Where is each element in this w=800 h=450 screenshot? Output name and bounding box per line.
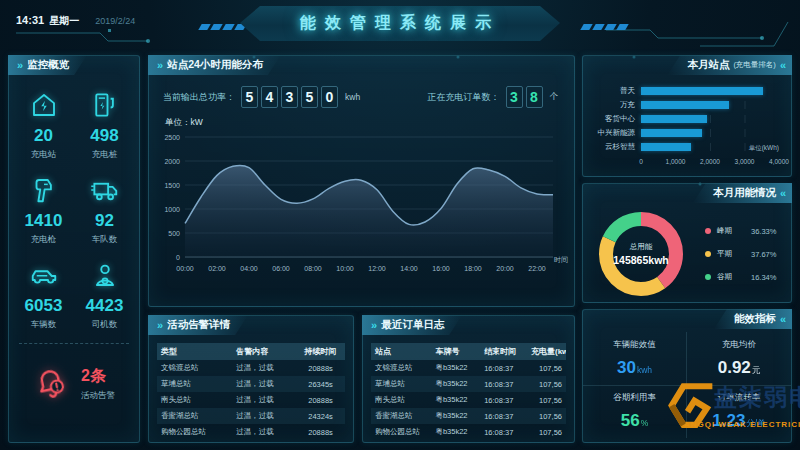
- stat-value: 92: [95, 211, 114, 231]
- total-energy-value: 145865kwh: [613, 254, 668, 266]
- svg-text:08:00: 08:00: [304, 265, 322, 272]
- total-output-power: 当前输出总功率： 54350 kwh: [163, 86, 360, 108]
- table-cell: 16:08:37: [480, 364, 527, 373]
- stat-item: 1410充电枪: [13, 175, 74, 246]
- kpi-unit: %: [641, 418, 649, 428]
- table-cell: 香蜜湖总站: [371, 411, 431, 421]
- table-cell: 20888s: [296, 364, 345, 373]
- table-cell: 香蜜湖总站: [157, 411, 232, 421]
- driver-icon: [90, 260, 120, 290]
- alarm-details-title: 活动告警详情: [167, 318, 230, 332]
- digit-box: 3: [506, 86, 523, 108]
- table-cell: 粤b35k22: [431, 363, 480, 373]
- order-log-panel: » 最近订单日志 站点车牌号结束时间充电量(kwh )文锦渡总站粤b35k221…: [362, 315, 575, 443]
- month-energy-panel: 本月用能情况 « 总用能 145865kwh 峰期36.33%平期37.67%谷…: [582, 183, 792, 303]
- month-stations-panel: 本月站点 (充电量排名) « 普天万充客货中心中兴新能源云杉智慧 单位(kWh)…: [582, 55, 792, 177]
- digit-box: 3: [281, 86, 298, 108]
- table-row: 草埔总站过温，过载26345s: [157, 376, 345, 392]
- bar-axis-tick: 0: [639, 158, 643, 165]
- table-cell: 过温，过载: [232, 363, 296, 373]
- table-cell: 107,56: [527, 380, 566, 389]
- table-cell: 16:08:37: [480, 396, 527, 405]
- table-row: 草埔总站粤b35k2216:08:37107,56: [371, 376, 566, 392]
- bar: [641, 115, 707, 123]
- kpi-label: 充电均价: [722, 339, 756, 351]
- double-arrow-icon: «: [780, 187, 784, 199]
- legend-percent: 16.34%: [751, 273, 776, 282]
- table-cell: 26345s: [296, 380, 345, 389]
- table-cell: 文锦渡总站: [371, 363, 431, 373]
- overview-panel-title: 监控概览: [27, 58, 69, 72]
- legend-item: 峰期36.33%: [705, 226, 776, 236]
- stat-label: 车队数: [92, 234, 118, 246]
- bar-track: [641, 115, 779, 123]
- table-row: 文锦渡总站过温，过载20888s: [157, 360, 345, 376]
- svg-text:16:00: 16:00: [432, 265, 450, 272]
- dashboard-root: 14:31星期一2019/2/24 能效管理系统展示 » 监控概览 20充电站4…: [0, 0, 800, 450]
- table-cell: 20888s: [296, 396, 345, 405]
- kpi-label: 车辆能效值: [613, 339, 656, 351]
- legend-dot-icon: [705, 251, 711, 257]
- svg-text:14:00: 14:00: [400, 265, 418, 272]
- column-header: 持续时间: [296, 346, 345, 357]
- table-cell: 16:08:37: [480, 380, 527, 389]
- legend-name: 峰期: [717, 226, 743, 236]
- legend-name: 谷期: [717, 272, 743, 282]
- stat-value: 20: [34, 126, 53, 146]
- fleet-truck-icon: [90, 175, 120, 205]
- table-cell: 购物公园总站: [371, 427, 431, 437]
- bar-axis-tick: 3,0000: [735, 158, 755, 165]
- bar-axis-tick: 1,0000: [666, 158, 686, 165]
- month-energy-header: 本月用能情况 «: [693, 183, 792, 203]
- charging-orders-count: 正在充电订单数： 38 个: [428, 86, 559, 108]
- bar-row: 普天: [591, 84, 779, 98]
- table-header-row: 站点车牌号结束时间充电量(kwh ): [371, 343, 566, 360]
- table-cell: 文锦渡总站: [157, 363, 232, 373]
- column-header: 类型: [157, 346, 232, 357]
- alarm-label: 活动告警: [81, 390, 115, 402]
- power-stats-row: 当前输出总功率： 54350 kwh 正在充电订单数： 38 个: [163, 86, 558, 108]
- kpi-label: 谷期利用率: [613, 392, 656, 404]
- energy-donut-zone: 总用能 145865kwh 峰期36.33%平期37.67%谷期16.34%: [583, 206, 791, 302]
- alarm-summary: 2条 活动告警: [9, 366, 139, 402]
- table-row: 香蜜湖总站粤b35k2216:08:37107,56: [371, 408, 566, 424]
- table-cell: 南头总站: [157, 395, 232, 405]
- svg-text:1500: 1500: [164, 182, 180, 189]
- kpi-value: 56%: [621, 411, 648, 431]
- kpi-unit: 分/单: [746, 418, 765, 428]
- bar-track: [641, 129, 779, 137]
- kpi-metric: 订单流转率1.23分/单: [687, 386, 791, 439]
- alarm-count: 2条: [81, 366, 115, 387]
- energy-24h-panel: » 站点24小时用能分布 当前输出总功率： 54350 kwh 正在充电订单数：…: [148, 55, 575, 307]
- table-cell: 107,56: [527, 396, 566, 405]
- svg-text:22:00: 22:00: [528, 265, 546, 272]
- table-cell: 过温，过载: [232, 395, 296, 405]
- area-chart: 0500100015002000250000:0002:0004:0006:00…: [155, 131, 570, 295]
- stat-item: 6053车辆数: [13, 260, 74, 331]
- charging-station-icon: [29, 90, 59, 120]
- title-banner: 能效管理系统展示: [240, 6, 560, 41]
- header-date: 2019/2/24: [95, 16, 135, 26]
- kpi-label: 订单流转率: [718, 392, 761, 404]
- energy-donut-chart: 总用能 145865kwh: [593, 206, 689, 302]
- stat-label: 充电枪: [31, 234, 57, 246]
- table-cell: 20888s: [296, 428, 345, 437]
- table-row: 香蜜湖总站过温，过载24324s: [157, 408, 345, 424]
- kpi-metric: 充电均价0.92元: [687, 332, 791, 386]
- stat-value: 1410: [25, 211, 63, 231]
- bar-axis-tick: 2,0000: [700, 158, 720, 165]
- kpi-metric: 谷期利用率56%: [583, 386, 687, 439]
- column-header: 结束时间: [480, 346, 527, 357]
- month-stations-title: 本月站点: [687, 58, 729, 72]
- table-cell: 粤b35k22: [431, 379, 480, 389]
- table-cell: 过温，过载: [232, 379, 296, 389]
- digit-box: 4: [261, 86, 278, 108]
- table-cell: 16:08:37: [480, 412, 527, 421]
- svg-text:1000: 1000: [164, 206, 180, 213]
- stat-label: 车辆数: [31, 319, 57, 331]
- legend-item: 谷期16.34%: [705, 272, 776, 282]
- total-energy-label: 总用能: [630, 242, 653, 252]
- stat-value: 6053: [25, 296, 63, 316]
- month-stations-subtitle: (充电量排名): [733, 60, 776, 70]
- charging-orders-digits: 38: [506, 86, 543, 108]
